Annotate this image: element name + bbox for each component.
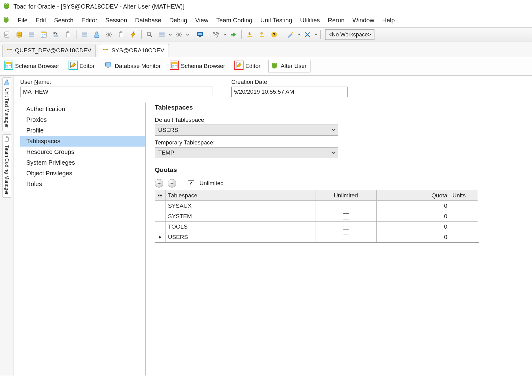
user-name-input[interactable]: MATHEW xyxy=(20,87,213,97)
tab-schema-browser-1[interactable]: Schema Browser xyxy=(2,60,63,73)
cell-tablespace: USERS xyxy=(166,232,315,242)
add-quota-button[interactable]: + xyxy=(155,179,163,188)
detail-pane: Tablespaces Default Tablespace: USERS Te… xyxy=(146,103,532,375)
toolbar-btn-clear[interactable] xyxy=(302,29,313,40)
nav-item-profile[interactable]: Profile xyxy=(20,125,145,136)
remove-quota-button[interactable]: − xyxy=(168,179,176,188)
default-tablespace-combo[interactable]: USERS xyxy=(155,125,338,136)
conn-tab-sys[interactable]: SYS@ORA18CDEV xyxy=(99,44,169,57)
toolbar-btn-4[interactable] xyxy=(39,29,49,40)
toolbar-caret[interactable] xyxy=(186,32,189,38)
toolbar-btn-bolt[interactable] xyxy=(128,29,139,40)
toolbar-btn-flask[interactable] xyxy=(91,29,102,40)
side-strip: Unit Test Manager Team Coding Manager xyxy=(0,76,13,375)
toolbar-btn-sql[interactable]: SQL xyxy=(51,29,61,40)
row-unlimited-checkbox[interactable] xyxy=(343,234,349,240)
toolbar-btn-1[interactable] xyxy=(2,29,12,40)
conn-tab-quest-dev[interactable]: QUEST_DEV@ORA18CDEV xyxy=(2,44,96,57)
toolbar-caret[interactable] xyxy=(223,32,226,38)
tab-editor-1[interactable]: Editor xyxy=(67,60,99,73)
cell-unlimited[interactable] xyxy=(315,232,377,242)
menu-utilities[interactable]: Utilities xyxy=(300,17,320,24)
toolbar-caret[interactable] xyxy=(169,32,172,38)
menu-unit-testing[interactable]: Unit Testing xyxy=(260,17,292,24)
menu-debug[interactable]: Debug xyxy=(169,17,187,24)
cell-unlimited[interactable] xyxy=(315,222,377,232)
cell-units[interactable] xyxy=(450,232,478,242)
toolbar-btn-run[interactable] xyxy=(228,29,239,40)
nav-item-tablespaces[interactable]: Tablespaces xyxy=(20,136,145,147)
toolbar-caret[interactable] xyxy=(314,32,318,38)
tab-editor-2[interactable]: Editor xyxy=(233,60,265,73)
toolbar-btn-10[interactable] xyxy=(116,29,126,40)
nav-item-authentication[interactable]: Authentication xyxy=(20,104,145,114)
menu-search[interactable]: Search xyxy=(54,17,73,24)
toolbar-btn-14[interactable] xyxy=(174,29,184,40)
unlimited-checkbox[interactable] xyxy=(188,180,194,186)
row-unlimited-checkbox[interactable] xyxy=(343,213,349,219)
menu-edit[interactable]: Edit xyxy=(35,17,46,24)
table-row[interactable]: SYSAUX0 xyxy=(155,201,479,211)
side-tab-team-coding-manager[interactable]: Team Coding Manager xyxy=(2,134,11,198)
cell-quota[interactable]: 0 xyxy=(377,222,450,232)
row-unlimited-checkbox[interactable] xyxy=(343,224,349,230)
table-row[interactable]: SYSTEM0 xyxy=(155,211,479,222)
col-units[interactable]: Units xyxy=(450,190,478,201)
side-tab-unit-test-manager[interactable]: Unit Test Manager xyxy=(2,77,11,131)
menu-file[interactable]: File xyxy=(18,17,28,24)
svg-text:SQL: SQL xyxy=(53,32,58,35)
toolbar-btn-7[interactable] xyxy=(79,29,90,40)
toolbar-btn-download[interactable] xyxy=(244,29,255,40)
toolbar-btn-upload[interactable] xyxy=(257,29,267,40)
tab-database-monitor[interactable]: Database Monitor xyxy=(102,60,165,73)
toolbar-btn-9[interactable] xyxy=(104,29,114,40)
nav-item-object-privileges[interactable]: Object Privileges xyxy=(20,168,145,179)
toolbar-btn-plsql[interactable]: PLSQL xyxy=(211,29,221,40)
table-row[interactable]: TOOLS0 xyxy=(155,222,479,232)
menu-database[interactable]: Database xyxy=(135,17,162,24)
menu-view[interactable]: View xyxy=(195,17,208,24)
nav-item-roles[interactable]: Roles xyxy=(20,179,145,189)
cell-quota[interactable]: 0 xyxy=(377,201,450,211)
nav-item-resource-groups[interactable]: Resource Groups xyxy=(20,147,145,157)
row-indicator xyxy=(155,201,166,211)
cell-units[interactable] xyxy=(450,201,478,211)
toolbar-btn-help[interactable] xyxy=(269,29,279,40)
cell-units[interactable] xyxy=(450,211,478,222)
toolbar-btn-search-db[interactable] xyxy=(144,29,155,40)
menu-window[interactable]: Window xyxy=(352,17,374,24)
cell-quota[interactable]: 0 xyxy=(377,232,450,242)
table-row[interactable]: USERS0 xyxy=(155,232,479,242)
cell-unlimited[interactable] xyxy=(315,211,377,222)
toolbar-caret[interactable] xyxy=(297,32,300,38)
side-tab-label: Unit Test Manager xyxy=(4,87,9,130)
menu-rerun[interactable]: Rerun xyxy=(328,17,344,24)
toolbar-btn-15[interactable] xyxy=(195,29,205,40)
frog-icon xyxy=(270,61,278,71)
row-unlimited-checkbox[interactable] xyxy=(343,203,349,209)
toolbar-btn-2[interactable] xyxy=(14,29,24,40)
col-unlimited[interactable]: Unlimited xyxy=(315,190,377,201)
workspace-selector[interactable]: <No Workspace> xyxy=(325,29,374,40)
editor-icon xyxy=(69,61,77,71)
cell-unlimited[interactable] xyxy=(315,201,377,211)
grid-corner-icon[interactable] xyxy=(155,190,166,201)
temp-tablespace-combo[interactable]: TEMP xyxy=(155,147,338,158)
menu-help[interactable]: Help xyxy=(382,17,395,24)
toolbar-btn-wand[interactable] xyxy=(285,29,296,40)
toolbar-btn-6[interactable] xyxy=(63,29,73,40)
menu-team-coding[interactable]: Team Coding xyxy=(216,17,252,24)
tab-schema-browser-2[interactable]: Schema Browser xyxy=(168,60,229,73)
nav-item-proxies[interactable]: Proxies xyxy=(20,114,145,125)
nav-item-system-privileges[interactable]: System Privileges xyxy=(20,157,145,168)
conn-plug-icon xyxy=(6,46,13,54)
cell-quota[interactable]: 0 xyxy=(377,211,450,222)
toolbar-btn-13[interactable] xyxy=(157,29,167,40)
cell-units[interactable] xyxy=(450,222,478,232)
tab-alter-user[interactable]: Alter User xyxy=(268,60,311,73)
col-quota[interactable]: Quota xyxy=(377,190,450,201)
toolbar-btn-3[interactable] xyxy=(26,29,37,40)
menu-session[interactable]: Session xyxy=(105,17,127,24)
menu-editor[interactable]: Editor xyxy=(81,17,97,24)
col-tablespace[interactable]: Tablespace xyxy=(166,190,315,201)
